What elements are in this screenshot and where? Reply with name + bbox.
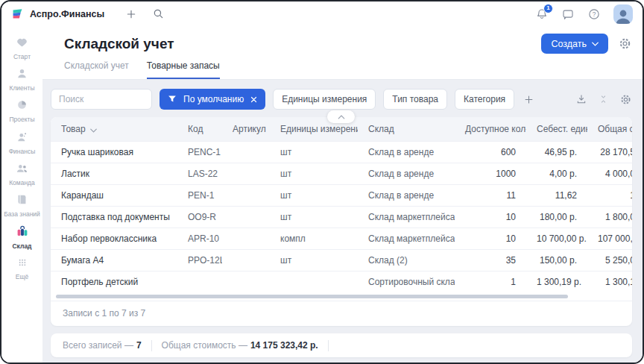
tab-1[interactable]: Товарные запасы <box>147 60 220 79</box>
chat-icon[interactable] <box>561 7 575 21</box>
column-header-0[interactable]: Товар <box>51 117 177 141</box>
table-cell: APR-10 <box>177 228 222 249</box>
collapse-rows-icon[interactable] <box>599 94 608 104</box>
table-cell: Портфель детский <box>51 271 177 292</box>
table-cell: PEN-1 <box>177 184 222 206</box>
table-cell <box>222 163 270 184</box>
pagination-status: Записи с 1 по 7 из 7 <box>51 301 632 326</box>
column-header-4[interactable]: Склад <box>358 117 455 141</box>
table-cell: 11 <box>455 184 526 206</box>
table-row[interactable]: Ручка шариковаяPENC-1штСклад в аренде600… <box>51 141 632 163</box>
sidebar-item-label: Финансы <box>9 148 36 155</box>
total-cost-value: 14 175 323,42 р. <box>250 340 318 351</box>
sidebar-item-more[interactable]: Ещё <box>1 257 42 280</box>
filter-chip-2[interactable]: Категория <box>455 89 514 110</box>
filter-chip-1[interactable]: Тип товара <box>383 89 447 110</box>
page-settings-gear-icon[interactable] <box>618 37 632 51</box>
table-cell: 107 000,0 <box>587 228 632 249</box>
remove-filter-icon[interactable] <box>250 96 257 103</box>
topbar: Аспро.Финансы 1 ? <box>1 1 643 26</box>
sidebar-item-warehouse[interactable]: Склад <box>1 225 42 250</box>
user-avatar[interactable] <box>613 4 633 24</box>
table-cell: 1 <box>587 184 632 206</box>
column-header-7[interactable]: Общая стоим <box>587 117 632 141</box>
export-download-icon[interactable] <box>575 93 587 105</box>
column-header-2[interactable]: Артикул <box>222 117 270 141</box>
add-icon[interactable] <box>125 8 137 20</box>
table-cell: 10 700,00 р. <box>526 228 587 249</box>
sidebar-item-knowledge[interactable]: База знаний <box>1 193 42 218</box>
sidebar-item-label: Клиенты <box>9 84 34 92</box>
app-brand[interactable]: Аспро.Финансы <box>11 7 104 20</box>
table-cell: 1 300,1 <box>587 271 632 292</box>
search-input[interactable] <box>51 89 152 110</box>
table-cell: Ручка шариковая <box>51 141 177 163</box>
active-filter-label: По умолчанию <box>183 94 244 104</box>
table-cell: Подставка под документы <box>51 206 177 228</box>
sidebar-item-projects[interactable]: Проекты <box>1 98 42 123</box>
column-header-5[interactable]: Доступное кол-во <box>455 117 526 141</box>
table-cell: шт <box>270 206 358 228</box>
filter-chip-0[interactable]: Единицы измерения <box>273 89 376 110</box>
filter-toolbar: По умолчанию Единицы измеренияТип товара… <box>51 89 632 110</box>
search-icon[interactable] <box>152 7 165 20</box>
table-cell: PENC-1 <box>177 141 222 163</box>
horizontal-scrollbar-thumb[interactable] <box>56 295 568 298</box>
sidebar-item-clients[interactable]: Клиенты <box>1 67 42 92</box>
app-name: Аспро.Финансы <box>30 9 104 19</box>
table-cell: Ластик <box>51 163 177 184</box>
sidebar-item-finances[interactable]: Финансы <box>1 131 42 155</box>
table-cell: шт <box>270 163 358 184</box>
horizontal-scrollbar <box>51 292 632 301</box>
create-button[interactable]: Создать <box>541 34 608 54</box>
table-row[interactable]: Бумага А4PPO-12LштСклад (2)35150,00 р.5 … <box>51 249 632 271</box>
table-cell <box>222 271 270 292</box>
dots-grid-icon <box>16 257 28 272</box>
pie-icon <box>16 98 28 114</box>
table-cell: 5 250,0 <box>587 249 632 271</box>
notification-badge: 1 <box>543 4 553 13</box>
table-cell <box>222 228 270 249</box>
funnel-icon <box>168 95 177 104</box>
table-cell: 4 000,0 <box>587 163 632 184</box>
table-cell: 1 <box>455 271 526 292</box>
app-window: Аспро.Финансы 1 ? СтартКлиентыПроект <box>0 0 644 364</box>
divider <box>328 340 329 351</box>
tab-0[interactable]: Складской учет <box>64 60 129 79</box>
sidebar-item-team[interactable]: Команда <box>1 162 42 186</box>
table-cell: LAS-22 <box>177 163 222 184</box>
summary-bar: Всего записей — 7 Общая стоимость — 14 1… <box>51 333 632 357</box>
notifications-bell-icon[interactable]: 1 <box>535 7 549 21</box>
table-settings-gear-icon[interactable] <box>619 93 632 106</box>
inventory-table: ТоварКодАртикулЕдиницы измеренияСкладДос… <box>51 117 632 292</box>
table-row[interactable]: КарандашPEN-1штСклад в аренде1111,621 <box>51 184 632 206</box>
column-header-1[interactable]: Код <box>177 117 222 141</box>
app-logo-icon <box>11 7 24 20</box>
table-row[interactable]: Набор первоклассникаAPR-10комплСклад мар… <box>51 228 632 249</box>
table-cell: 1000 <box>455 163 526 184</box>
table-cell <box>222 249 270 271</box>
table-row[interactable]: ЛастикLAS-22штСклад в аренде10004,00 р.4… <box>51 163 632 184</box>
sidebar-item-start[interactable]: Старт <box>1 36 42 60</box>
add-filter-icon[interactable] <box>523 94 534 105</box>
table-cell <box>222 206 270 228</box>
collapse-filter-pill[interactable] <box>327 110 355 123</box>
table-row[interactable]: Портфель детскийСортировочный склад11 30… <box>51 271 632 292</box>
table-cell: OO9-R <box>177 206 222 228</box>
table-cell: 1 300,19 р. <box>526 271 587 292</box>
table-cell: Склад маркетплейса <box>358 228 455 249</box>
table-cell: 180,00 р. <box>526 206 587 228</box>
table-cell: Склад в аренде <box>358 163 455 184</box>
table-row[interactable]: Подставка под документыOO9-RштСклад марк… <box>51 206 632 228</box>
sidebar-item-label: Проекты <box>9 116 34 123</box>
table-cell: компл <box>270 228 358 249</box>
active-filter-button[interactable]: По умолчанию <box>160 89 265 110</box>
table-cell: шт <box>270 184 358 206</box>
column-header-6[interactable]: Себест. единицы <box>526 117 587 141</box>
table-cell: Склад (2) <box>358 249 455 271</box>
person-icon <box>16 67 28 83</box>
help-icon[interactable]: ? <box>587 7 601 21</box>
table-scroll-area: ТоварКодАртикулЕдиницы измеренияСкладДос… <box>51 117 632 292</box>
inventory-table-card: ТоварКодАртикулЕдиницы измеренияСкладДос… <box>51 117 632 326</box>
table-cell: шт <box>270 141 358 163</box>
